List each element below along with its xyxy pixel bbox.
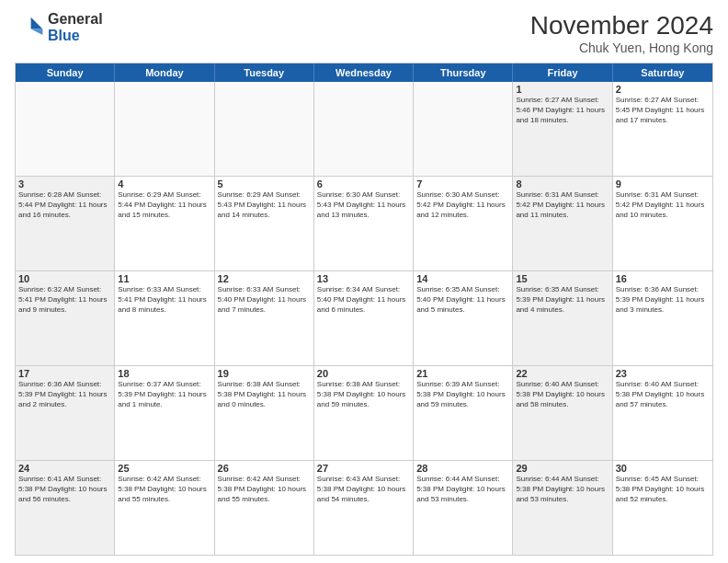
cal-cell-25: 25Sunrise: 6:42 AM Sunset: 5:38 PM Dayli… [115, 461, 214, 555]
cal-cell-15: 15Sunrise: 6:35 AM Sunset: 5:39 PM Dayli… [513, 271, 612, 365]
cal-cell-empty-0-1 [115, 82, 214, 176]
cell-info: Sunrise: 6:37 AM Sunset: 5:39 PM Dayligh… [118, 380, 210, 409]
cal-cell-21: 21Sunrise: 6:39 AM Sunset: 5:38 PM Dayli… [414, 366, 513, 460]
cal-cell-2: 2Sunrise: 6:27 AM Sunset: 5:45 PM Daylig… [613, 82, 712, 176]
cal-cell-empty-0-0 [16, 82, 115, 176]
cal-cell-20: 20Sunrise: 6:38 AM Sunset: 5:38 PM Dayli… [314, 366, 414, 460]
cell-info: Sunrise: 6:33 AM Sunset: 5:41 PM Dayligh… [118, 285, 210, 315]
cal-cell-30: 30Sunrise: 6:45 AM Sunset: 5:38 PM Dayli… [613, 461, 712, 555]
cell-info: Sunrise: 6:41 AM Sunset: 5:38 PM Dayligh… [18, 475, 111, 504]
day-number: 18 [118, 368, 210, 379]
day-number: 19 [218, 368, 311, 379]
cal-cell-6: 6Sunrise: 6:30 AM Sunset: 5:43 PM Daylig… [314, 177, 414, 270]
cell-info: Sunrise: 6:38 AM Sunset: 5:38 PM Dayligh… [218, 380, 311, 409]
cal-cell-4: 4Sunrise: 6:29 AM Sunset: 5:44 PM Daylig… [115, 177, 214, 270]
cell-info: Sunrise: 6:40 AM Sunset: 5:38 PM Dayligh… [516, 380, 609, 409]
day-number: 17 [18, 368, 111, 379]
day-number: 2 [616, 84, 710, 95]
cal-cell-22: 22Sunrise: 6:40 AM Sunset: 5:38 PM Dayli… [513, 366, 612, 460]
cal-cell-13: 13Sunrise: 6:34 AM Sunset: 5:40 PM Dayli… [314, 271, 414, 365]
cell-info: Sunrise: 6:29 AM Sunset: 5:44 PM Dayligh… [118, 190, 210, 220]
cal-cell-5: 5Sunrise: 6:29 AM Sunset: 5:43 PM Daylig… [215, 177, 314, 270]
calendar-header: SundayMondayTuesdayWednesdayThursdayFrid… [16, 63, 712, 82]
header: General Blue November 2024 Chuk Yuen, Ho… [15, 11, 713, 55]
day-number: 25 [118, 463, 210, 474]
day-number: 13 [317, 273, 410, 284]
day-number: 29 [516, 463, 609, 474]
cell-info: Sunrise: 6:36 AM Sunset: 5:39 PM Dayligh… [616, 285, 710, 315]
day-number: 7 [416, 178, 509, 190]
cal-cell-empty-0-2 [215, 82, 314, 176]
cell-info: Sunrise: 6:28 AM Sunset: 5:44 PM Dayligh… [18, 190, 111, 220]
cell-info: Sunrise: 6:43 AM Sunset: 5:38 PM Dayligh… [317, 475, 410, 504]
cell-info: Sunrise: 6:31 AM Sunset: 5:42 PM Dayligh… [616, 190, 710, 220]
cell-info: Sunrise: 6:33 AM Sunset: 5:40 PM Dayligh… [218, 285, 311, 315]
cell-info: Sunrise: 6:27 AM Sunset: 5:46 PM Dayligh… [516, 96, 609, 125]
day-number: 16 [616, 273, 710, 284]
cal-cell-11: 11Sunrise: 6:33 AM Sunset: 5:41 PM Dayli… [115, 271, 214, 365]
cal-cell-18: 18Sunrise: 6:37 AM Sunset: 5:39 PM Dayli… [115, 366, 214, 460]
cell-info: Sunrise: 6:35 AM Sunset: 5:40 PM Dayligh… [416, 285, 509, 315]
cell-info: Sunrise: 6:30 AM Sunset: 5:42 PM Dayligh… [416, 190, 509, 220]
title-area: November 2024 Chuk Yuen, Hong Kong [530, 11, 713, 55]
day-number: 1 [516, 84, 609, 95]
day-number: 21 [416, 368, 509, 379]
cell-info: Sunrise: 6:32 AM Sunset: 5:41 PM Dayligh… [18, 285, 111, 315]
week-row-4: 24Sunrise: 6:41 AM Sunset: 5:38 PM Dayli… [16, 460, 712, 555]
calendar: SundayMondayTuesdayWednesdayThursdayFrid… [15, 63, 713, 556]
logo-text: General Blue [48, 11, 103, 43]
cal-cell-28: 28Sunrise: 6:44 AM Sunset: 5:38 PM Dayli… [414, 461, 513, 555]
cal-cell-26: 26Sunrise: 6:42 AM Sunset: 5:38 PM Dayli… [215, 461, 314, 555]
week-row-2: 10Sunrise: 6:32 AM Sunset: 5:41 PM Dayli… [16, 270, 712, 365]
cal-cell-19: 19Sunrise: 6:38 AM Sunset: 5:38 PM Dayli… [215, 366, 314, 460]
day-number: 14 [416, 273, 509, 284]
svg-marker-1 [31, 29, 43, 34]
col-header-sunday: Sunday [16, 63, 115, 82]
day-number: 28 [416, 463, 509, 474]
cal-cell-empty-0-3 [314, 82, 414, 176]
cell-info: Sunrise: 6:29 AM Sunset: 5:43 PM Dayligh… [218, 190, 311, 220]
cal-cell-12: 12Sunrise: 6:33 AM Sunset: 5:40 PM Dayli… [215, 271, 314, 365]
cell-info: Sunrise: 6:44 AM Sunset: 5:38 PM Dayligh… [516, 475, 609, 504]
cell-info: Sunrise: 6:38 AM Sunset: 5:38 PM Dayligh… [317, 380, 410, 409]
week-row-3: 17Sunrise: 6:36 AM Sunset: 5:39 PM Dayli… [16, 365, 712, 460]
day-number: 4 [118, 178, 210, 190]
cal-cell-empty-0-4 [414, 82, 513, 176]
day-number: 30 [616, 463, 710, 474]
day-number: 9 [616, 178, 710, 190]
day-number: 27 [317, 463, 410, 474]
cal-cell-14: 14Sunrise: 6:35 AM Sunset: 5:40 PM Dayli… [414, 271, 513, 365]
day-number: 22 [516, 368, 609, 379]
week-row-0: 1Sunrise: 6:27 AM Sunset: 5:46 PM Daylig… [16, 82, 712, 176]
cell-info: Sunrise: 6:42 AM Sunset: 5:38 PM Dayligh… [218, 475, 311, 504]
cal-cell-1: 1Sunrise: 6:27 AM Sunset: 5:46 PM Daylig… [513, 82, 612, 176]
col-header-wednesday: Wednesday [314, 63, 414, 82]
cal-cell-9: 9Sunrise: 6:31 AM Sunset: 5:42 PM Daylig… [613, 177, 712, 270]
day-number: 3 [18, 178, 111, 190]
cell-info: Sunrise: 6:39 AM Sunset: 5:38 PM Dayligh… [416, 380, 509, 409]
week-row-1: 3Sunrise: 6:28 AM Sunset: 5:44 PM Daylig… [16, 176, 712, 270]
day-number: 10 [18, 273, 111, 284]
cell-info: Sunrise: 6:35 AM Sunset: 5:39 PM Dayligh… [516, 285, 609, 315]
cal-cell-3: 3Sunrise: 6:28 AM Sunset: 5:44 PM Daylig… [16, 177, 115, 270]
day-number: 23 [616, 368, 710, 379]
col-header-monday: Monday [115, 63, 214, 82]
logo: General Blue [15, 11, 103, 43]
calendar-body: 1Sunrise: 6:27 AM Sunset: 5:46 PM Daylig… [16, 82, 712, 555]
cal-cell-23: 23Sunrise: 6:40 AM Sunset: 5:38 PM Dayli… [613, 366, 712, 460]
cal-cell-16: 16Sunrise: 6:36 AM Sunset: 5:39 PM Dayli… [613, 271, 712, 365]
cell-info: Sunrise: 6:45 AM Sunset: 5:38 PM Dayligh… [616, 475, 710, 504]
day-number: 5 [218, 178, 311, 190]
svg-marker-0 [31, 17, 43, 29]
cell-info: Sunrise: 6:30 AM Sunset: 5:43 PM Dayligh… [317, 190, 410, 220]
cell-info: Sunrise: 6:36 AM Sunset: 5:39 PM Dayligh… [18, 380, 111, 409]
col-header-saturday: Saturday [613, 63, 712, 82]
cal-cell-27: 27Sunrise: 6:43 AM Sunset: 5:38 PM Dayli… [314, 461, 414, 555]
col-header-thursday: Thursday [414, 63, 513, 82]
cal-cell-17: 17Sunrise: 6:36 AM Sunset: 5:39 PM Dayli… [16, 366, 115, 460]
day-number: 8 [516, 178, 609, 190]
day-number: 12 [218, 273, 311, 284]
page: General Blue November 2024 Chuk Yuen, Ho… [0, 0, 728, 563]
cal-cell-10: 10Sunrise: 6:32 AM Sunset: 5:41 PM Dayli… [16, 271, 115, 365]
cell-info: Sunrise: 6:31 AM Sunset: 5:42 PM Dayligh… [516, 190, 609, 220]
